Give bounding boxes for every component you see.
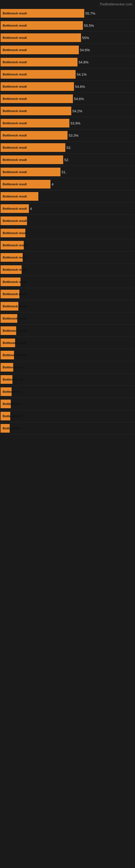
bar: Bottleneck result <box>1 119 70 127</box>
bar-wrapper: Bottleneck result <box>1 326 16 335</box>
bar-row: Bottleneck result52. <box>0 154 135 166</box>
bar-row: Bottleneck result <box>0 349 135 361</box>
bar-row: Bottleneck result52. <box>0 142 135 154</box>
bar-label: Bottleneck result <box>2 219 28 222</box>
bar: Bottleneck result <box>1 21 83 30</box>
bar-row: Bottleneck res <box>0 373 135 386</box>
bar-row: Bottleneck result55% <box>0 32 135 44</box>
bar-label: Bottleneck res <box>2 366 24 369</box>
bar-wrapper: Bottleneck result <box>1 265 21 274</box>
bar-row: Bottleneck result55.7% <box>0 7 135 20</box>
bar: Bottleneck result <box>1 290 19 299</box>
bar-label: Bottleneck result <box>2 244 28 247</box>
bar-wrapper: Bottleneck result <box>1 314 17 323</box>
bar: Bottleneck result <box>1 204 29 213</box>
bar-wrapper: Bottleneck result53.9% <box>1 119 81 127</box>
bar-value: 54.8% <box>79 60 89 64</box>
bar-value: 53.3% <box>69 133 79 137</box>
bar-wrapper: Bottleneck result55% <box>1 33 89 42</box>
bar-wrapper: Bottleneck result54.6% <box>1 82 85 91</box>
bar-label: Bottleneck result <box>2 12 28 15</box>
bar-label: Bottleneck result <box>2 341 28 344</box>
bar-wrapper: Bottleneck result <box>1 229 26 237</box>
bar: Bottleneck result <box>1 351 14 360</box>
bar-wrapper: Bottleneck result52. <box>1 155 69 164</box>
bar-wrapper: Bottleneck res <box>1 363 13 372</box>
bar-label: Bottleneck result <box>2 122 28 125</box>
bar: Bottleneck result <box>1 229 26 237</box>
bar-wrapper: Bottleneck re <box>1 424 10 433</box>
bar-row: Bottleneck result55.5% <box>0 20 135 32</box>
bar: Bottleneck re <box>1 388 12 396</box>
bar-label: Bottleneck result <box>2 24 28 27</box>
bar: Bottleneck result <box>1 9 84 18</box>
bar: Bottleneck result <box>1 155 63 164</box>
bar-row: Bottleneck result53.9% <box>0 117 135 129</box>
bar-label: Bottleneck res <box>2 378 24 381</box>
bar-value: 52. <box>64 158 69 162</box>
bar-label: Bottleneck result <box>2 292 28 296</box>
bar-value: 55.7% <box>85 11 95 16</box>
bar: Bottleneck re <box>1 400 11 408</box>
bar-wrapper: Bottleneck result <box>1 192 38 201</box>
bar: Bottleneck result <box>1 94 73 103</box>
bar-value: 52. <box>66 146 71 150</box>
bar-label: Bottleneck result <box>2 97 28 100</box>
bar-row: Bottleneck re <box>0 410 135 422</box>
bar-value: 54.6% <box>80 48 90 52</box>
bar-label: Bottleneck result <box>2 109 28 113</box>
bar-row: Bottleneck result54.1% <box>0 68 135 81</box>
bar-row: Bottleneck result <box>0 288 135 300</box>
bar-wrapper: Bottleneck result <box>1 253 23 262</box>
bar-value: 51. <box>61 170 66 174</box>
bar: Bottleneck result <box>1 131 68 140</box>
bar-label: Bottleneck re <box>2 427 23 430</box>
bar: Bottleneck result <box>1 326 16 335</box>
bar-row: Bottleneck result <box>0 276 135 288</box>
bar-label: Bottleneck result <box>2 231 28 235</box>
bar-value: 54.6% <box>75 85 85 89</box>
bar-wrapper: Bottleneck result <box>1 241 24 250</box>
bar-row: Bottleneck result <box>0 239 135 251</box>
bar: Bottleneck result <box>1 339 15 347</box>
bar-wrapper: Bottleneck result54.6% <box>1 45 90 54</box>
bar-label: Bottleneck result <box>2 280 28 283</box>
bar-row: Bottleneck result <box>0 264 135 276</box>
bar-label: Bottleneck re <box>2 402 23 405</box>
bar: Bottleneck result <box>1 180 50 188</box>
bar-wrapper: Bottleneck result54.2% <box>1 106 82 115</box>
bar: Bottleneck result <box>1 33 81 42</box>
bar-label: Bottleneck result <box>2 73 28 76</box>
bar-row: Bottleneck re <box>0 386 135 398</box>
bar-value: 54.1% <box>77 72 87 76</box>
bar-label: Bottleneck result <box>2 256 28 259</box>
bar-label: Bottleneck result <box>2 146 28 149</box>
bar-wrapper: Bottleneck result53.3% <box>1 131 79 140</box>
bar-value: 4 <box>52 182 53 186</box>
bar: Bottleneck result <box>1 241 24 250</box>
bar-value: 54.2% <box>72 109 82 113</box>
bar-row: Bottleneck re <box>0 422 135 435</box>
bar-wrapper: Bottleneck result <box>1 351 14 360</box>
bar-label: Bottleneck result <box>2 317 28 320</box>
bar-wrapper: Bottleneck result <box>1 278 20 286</box>
bar: Bottleneck result <box>1 192 38 201</box>
bar: Bottleneck result <box>1 265 21 274</box>
bar: Bottleneck res <box>1 375 12 384</box>
bar-label: Bottleneck result <box>2 353 28 357</box>
bar-wrapper: Bottleneck result54.1% <box>1 70 87 79</box>
bar-wrapper: Bottleneck result <box>1 302 18 311</box>
bar-wrapper: Bottleneck result55.7% <box>1 9 95 18</box>
bar-label: Bottleneck result <box>2 48 28 52</box>
bar: Bottleneck result <box>1 106 71 115</box>
bar-label: Bottleneck result <box>2 268 28 271</box>
bar-wrapper: Bottleneck re <box>1 412 10 421</box>
bar-row: Bottleneck result4 <box>0 178 135 190</box>
bar: Bottleneck result <box>1 167 60 176</box>
bar-wrapper: Bottleneck result4 <box>1 204 32 213</box>
bar-label: Bottleneck result <box>2 134 28 137</box>
bar-label: Bottleneck result <box>2 207 28 210</box>
bar-wrapper: Bottleneck re <box>1 388 12 396</box>
bar-wrapper: Bottleneck re <box>1 400 11 408</box>
bar-row: Bottleneck result54.8% <box>0 56 135 68</box>
